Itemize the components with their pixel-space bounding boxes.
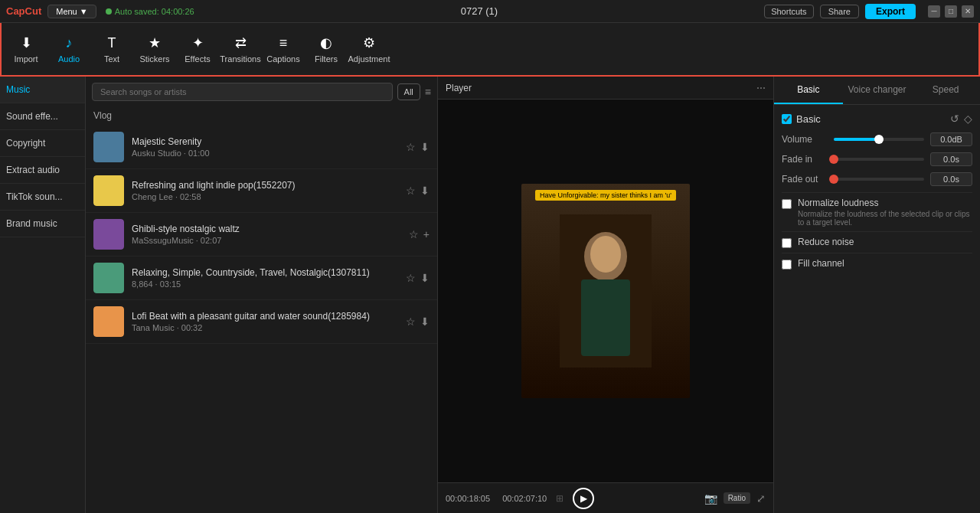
music-thumb-1 <box>93 175 124 206</box>
tool-transitions[interactable]: ⇄Transitions <box>219 26 262 72</box>
music-item[interactable]: Refreshing and light indie pop(1552207) … <box>86 169 437 213</box>
menu-button[interactable]: Menu ▼ <box>47 5 96 18</box>
music-actions-3: ☆ ⬇ <box>406 272 430 284</box>
fade-out-thumb[interactable] <box>829 175 838 184</box>
grid-icon: ⊞ <box>556 493 564 504</box>
left-panel-extract_audio[interactable]: Extract audio <box>0 157 85 184</box>
player-video: Have Unforgivable: my sister thinks I am… <box>438 100 773 482</box>
music-add-0[interactable]: ⬇ <box>420 141 430 153</box>
music-item[interactable]: Ghibli-style nostalgic waltz MaSssuguMus… <box>86 213 437 256</box>
all-filter-button[interactable]: All <box>397 83 420 100</box>
total-time: 00:02:07:10 <box>502 494 547 503</box>
top-right-controls: Shortcuts Share Export ─ □ ✕ <box>764 4 974 19</box>
play-button[interactable]: ▶ <box>573 488 594 509</box>
left-panel-copyright[interactable]: Copyright <box>0 130 85 157</box>
music-title-3: Relaxing, Simple, Countryside, Travel, N… <box>132 267 406 278</box>
audio-label: Audio <box>58 54 80 64</box>
volume-value[interactable]: 0.0dB <box>930 132 972 146</box>
music-author-3: 8,864 · 03:15 <box>132 279 406 289</box>
reset-icon[interactable]: ↺ <box>950 113 959 125</box>
main-area: MusicSound effe...CopyrightExtract audio… <box>0 77 980 513</box>
music-title-0: Majestic Serenity <box>132 136 406 147</box>
svg-rect-2 <box>581 279 630 356</box>
fade-out-row: Fade out 0.0s <box>782 172 972 186</box>
tool-adjustment[interactable]: ⚙Adjustment <box>348 26 390 72</box>
fill-channel-label: Fill channel <box>798 258 844 269</box>
diamond-icon[interactable]: ◇ <box>964 113 972 125</box>
music-fav-3[interactable]: ☆ <box>406 272 416 284</box>
maximize-button[interactable]: □ <box>945 5 957 18</box>
music-panel: All ≡ Vlog Majestic Serenity Ausku Studi… <box>86 77 438 513</box>
music-add-3[interactable]: ⬇ <box>420 272 430 284</box>
tool-import[interactable]: ⬇Import <box>5 26 47 72</box>
player-controls: 00:00:18:05 00:02:07:10 ⊞ ▶ 📷 Ratio ⤢ <box>438 482 773 513</box>
captions-label: Captions <box>266 54 299 64</box>
music-item[interactable]: Relaxing, Simple, Countryside, Travel, N… <box>86 256 437 300</box>
reduce-noise-row: Reduce noise <box>782 231 972 253</box>
filter-icon[interactable]: ≡ <box>425 86 431 98</box>
music-actions-1: ☆ ⬇ <box>406 185 430 197</box>
tool-captions[interactable]: ≡Captions <box>262 26 305 72</box>
volume-slider-thumb[interactable] <box>874 135 884 144</box>
music-info-2: Ghibli-style nostalgic waltz MaSssuguMus… <box>132 224 409 245</box>
normalize-label: Normalize loudness <box>798 198 972 208</box>
music-add-1[interactable]: ⬇ <box>420 185 430 197</box>
filters-label: Filters <box>315 54 338 64</box>
music-thumb-3 <box>93 263 124 293</box>
music-item[interactable]: Majestic Serenity Ausku Studio · 01:00 ☆… <box>86 126 437 169</box>
basic-toggle[interactable] <box>782 114 792 124</box>
music-info-4: Lofi Beat with a pleasant guitar and wat… <box>132 311 406 332</box>
normalize-row: Normalize loudness Normalize the loudnes… <box>782 192 972 231</box>
fade-in-slider-track <box>834 158 924 161</box>
stickers-label: Stickers <box>139 54 169 64</box>
left-panel-brand_music[interactable]: Brand music <box>0 211 85 237</box>
fill-channel-checkbox[interactable] <box>782 260 792 270</box>
fade-out-value[interactable]: 0.0s <box>930 172 972 186</box>
tab-voice_changer[interactable]: Voice changer <box>843 77 912 104</box>
tool-filters[interactable]: ◐Filters <box>305 26 348 72</box>
section-header: Basic ↺ ◇ <box>782 113 972 125</box>
reduce-noise-checkbox[interactable] <box>782 238 792 248</box>
tab-speed[interactable]: Speed <box>911 77 980 104</box>
screenshot-button[interactable]: 📷 <box>704 492 717 505</box>
player-menu-icon[interactable]: ⋯ <box>756 83 766 93</box>
right-panel: BasicVoice changerSpeed Basic ↺ ◇ Volume… <box>773 77 980 513</box>
video-frame: Have Unforgivable: my sister thinks I am… <box>521 184 690 398</box>
current-time: 00:00:18:05 <box>446 494 490 503</box>
share-button[interactable]: Share <box>820 5 859 18</box>
music-fav-4[interactable]: ☆ <box>406 315 416 328</box>
music-item[interactable]: Lofi Beat with a pleasant guitar and wat… <box>86 300 437 344</box>
fade-in-row: Fade in 0.0s <box>782 152 972 166</box>
fade-in-value[interactable]: 0.0s <box>930 152 972 166</box>
fill-channel-row: Fill channel <box>782 253 972 274</box>
left-panel-music[interactable]: Music <box>0 77 85 103</box>
music-actions-2: ☆ + <box>409 228 430 240</box>
search-input[interactable] <box>92 83 393 101</box>
tool-audio[interactable]: ♪Audio <box>47 26 90 72</box>
tool-text[interactable]: TText <box>90 26 133 72</box>
shortcuts-button[interactable]: Shortcuts <box>764 5 813 18</box>
left-panel-sound_effects[interactable]: Sound effe... <box>0 103 85 130</box>
minimize-button[interactable]: ─ <box>928 5 940 18</box>
fullscreen-button[interactable]: ⤢ <box>756 492 766 505</box>
captions-icon: ≡ <box>279 35 288 51</box>
tool-effects[interactable]: ✦Effects <box>176 26 219 72</box>
music-fav-1[interactable]: ☆ <box>406 185 416 197</box>
export-button[interactable]: Export <box>865 4 916 19</box>
tool-stickers[interactable]: ★Stickers <box>133 26 176 72</box>
normalize-checkbox[interactable] <box>782 199 792 209</box>
tab-basic[interactable]: Basic <box>774 77 843 104</box>
left-panel-tiktok_sound[interactable]: TikTok soun... <box>0 184 85 211</box>
music-fav-2[interactable]: ☆ <box>409 228 419 240</box>
reduce-noise-label: Reduce noise <box>798 237 854 247</box>
ratio-button[interactable]: Ratio <box>724 492 750 504</box>
music-add-4[interactable]: ⬇ <box>420 315 430 328</box>
volume-slider-fill <box>834 138 879 141</box>
close-button[interactable]: ✕ <box>962 5 974 18</box>
music-fav-0[interactable]: ☆ <box>406 141 416 153</box>
fade-in-thumb[interactable] <box>829 155 838 164</box>
music-add-2[interactable]: + <box>423 228 430 240</box>
autosave-text: Auto saved: 04:00:26 <box>115 7 194 16</box>
normalize-text-group: Normalize loudness Normalize the loudnes… <box>798 198 972 227</box>
effects-icon: ✦ <box>192 34 204 51</box>
